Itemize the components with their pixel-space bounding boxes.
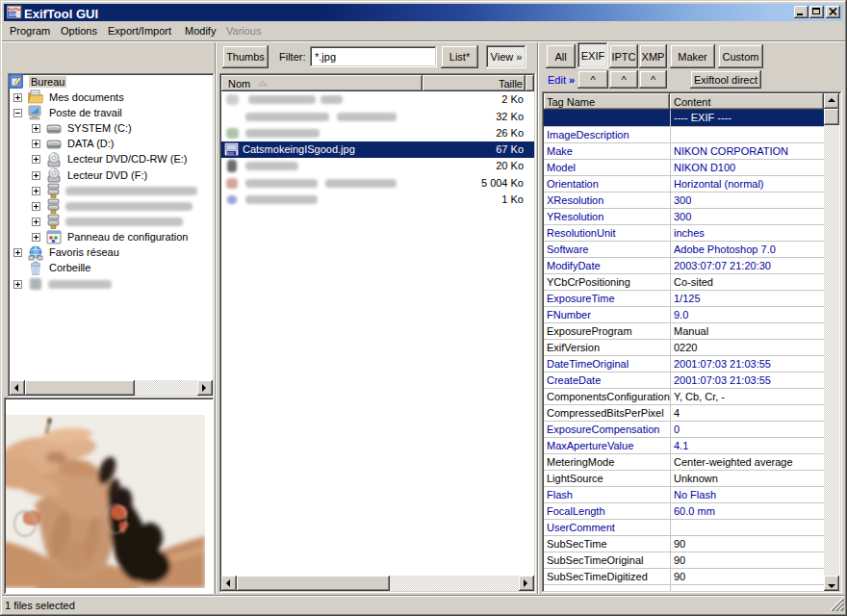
- svg-text:ExifTool: ExifTool: [8, 7, 22, 12]
- svg-text:ICO: ICO: [227, 152, 234, 156]
- svg-text:GUI: GUI: [9, 13, 16, 17]
